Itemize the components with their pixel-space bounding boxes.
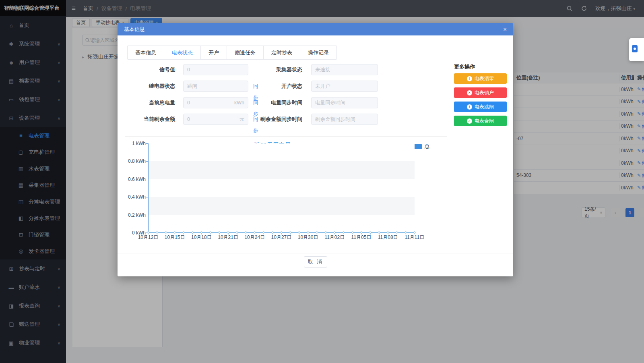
tab-scheduled-reading[interactable]: 定时抄表 <box>263 46 300 59</box>
tab-open-account[interactable]: 开户 <box>200 46 227 59</box>
x-tick-label: 10月30日 <box>295 234 321 241</box>
x-tick-label: 11月02日 <box>321 234 348 241</box>
legend-label: 总 <box>425 143 429 150</box>
y-tick-label: 0.2 kWh <box>128 212 146 218</box>
balance-label: 当前剩余金额 <box>118 114 180 125</box>
balance-field[interactable]: 0元 <box>183 114 248 125</box>
check-circle-icon: ✓ <box>467 118 472 124</box>
balance-sync-time-label: 剩余金额同步时间 <box>254 114 307 125</box>
y-tick-label: 0.8 kWh <box>128 158 146 164</box>
meter-close-switch-button[interactable]: ✓ 电表合闸 <box>454 116 507 126</box>
floating-side-panel[interactable] <box>629 38 644 61</box>
alert-circle-icon: ! <box>467 104 472 110</box>
meter-reset-button[interactable]: ! 电表清零 <box>454 73 507 84</box>
dialog-header: 基本信息 × <box>118 23 513 35</box>
balance-sync-time-field[interactable]: 剩余金额同步时间 <box>311 114 378 125</box>
dialog-tabs: 基本信息 电表状态 开户 赠送任务 定时抄表 操作记录 <box>127 46 337 60</box>
meter-status-dialog: 基本信息 × 基本信息 电表状态 开户 赠送任务 定时抄表 操作记录 信号值 0… <box>118 23 513 276</box>
more-operations-label: 更多操作 <box>454 63 475 71</box>
y-tick-label: 0.4 kWh <box>128 194 146 200</box>
tab-operation-log[interactable]: 操作记录 <box>300 46 336 59</box>
x-tick-label: 10月24日 <box>242 234 268 241</box>
collector-status-label: 采集器状态 <box>254 64 307 75</box>
account-status-label: 开户状态 <box>254 81 307 92</box>
meter-trip-button[interactable]: ! 电表跳闸 <box>454 102 507 112</box>
panel-badge-icon <box>632 45 638 52</box>
relay-status-field[interactable]: 跳闸 <box>183 81 248 92</box>
close-icon[interactable]: × <box>503 26 507 33</box>
meter-close-account-button[interactable]: × 电表销户 <box>454 87 507 98</box>
energy-sync-time-field[interactable]: 电量同步时间 <box>311 97 378 108</box>
x-tick-label: 10月15日 <box>161 234 188 241</box>
footer-divider <box>118 253 513 253</box>
x-axis-labels: 10月12日10月15日10月18日10月21日10月24日10月27日10月3… <box>135 234 428 241</box>
close-circle-icon: × <box>467 90 472 95</box>
alert-circle-icon: ! <box>467 76 472 81</box>
tab-basic-info[interactable]: 基本信息 <box>128 46 164 59</box>
x-tick-label: 10月18日 <box>188 234 215 241</box>
total-energy-field[interactable]: 0kWh <box>183 97 248 108</box>
energy-sync-time-label: 电量同步时间 <box>254 97 307 108</box>
cancel-button[interactable]: 取 消 <box>304 256 327 268</box>
x-tick-label: 10月27日 <box>268 234 295 241</box>
y-axis-labels: 1 kWh0.8 kWh0.6 kWh0.4 kWh0.2 kWh0 kWh <box>120 141 146 236</box>
collector-status-field[interactable]: 未连接 <box>311 64 378 75</box>
tab-gift-task[interactable]: 赠送任务 <box>227 46 263 59</box>
y-tick-label: 0.6 kWh <box>128 176 146 182</box>
total-energy-label: 当前总电量 <box>118 97 180 108</box>
signal-value-label: 信号值 <box>118 64 180 75</box>
x-tick-label: 11月08日 <box>375 234 401 241</box>
chart-line-svg <box>148 143 415 234</box>
x-tick-label: 10月21日 <box>215 234 242 241</box>
legend-swatch <box>414 144 422 149</box>
x-tick-label: 11月05日 <box>348 234 375 241</box>
chart-legend[interactable]: 总 <box>414 143 429 150</box>
account-status-field[interactable]: 未开户 <box>311 81 378 92</box>
signal-value-field[interactable]: 0 <box>183 64 248 75</box>
relay-status-label: 继电器状态 <box>118 81 180 92</box>
tab-meter-status[interactable]: 电表状态 <box>164 46 200 59</box>
y-tick-label: 1 kWh <box>132 141 146 146</box>
divider <box>125 136 447 137</box>
x-tick-label: 10月12日 <box>135 234 161 241</box>
dialog-title: 基本信息 <box>124 26 145 33</box>
x-tick-label: 11月11日 <box>401 234 428 241</box>
